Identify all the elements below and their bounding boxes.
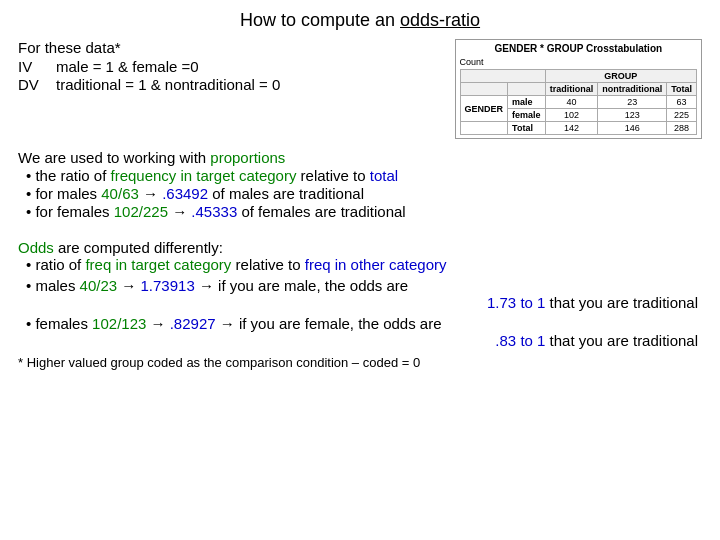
iv-row: IV male = 1 & female =0 — [18, 58, 445, 75]
col-empty — [460, 70, 545, 83]
odds-females-arrow2: → — [216, 315, 239, 332]
prop-bullet2: • for males 40/63 → .63492 of males are … — [18, 185, 702, 202]
count-label: Count — [460, 57, 697, 67]
female-nontrad: 123 — [598, 109, 667, 122]
odds-females-green: 102/123 — [92, 315, 146, 332]
proportions-section: We are used to working with proportions … — [18, 149, 702, 221]
odds-males-suffix: if you are male, the odds are — [218, 277, 408, 294]
male-trad: 40 — [545, 96, 598, 109]
odds-males-arrow2: → — [195, 277, 218, 294]
prop-header-highlight: proportions — [210, 149, 285, 166]
female-trad: 102 — [545, 109, 598, 122]
odds-males-indent-val: 1.73 to 1 — [487, 294, 545, 311]
proportions-header: We are used to working with proportions — [18, 149, 702, 166]
group-header: GROUP — [545, 70, 696, 83]
empty-th2 — [508, 83, 546, 96]
male-total: 63 — [667, 96, 697, 109]
prop-b3-prefix: • for females — [26, 203, 114, 220]
dv-row: DV traditional = 1 & nontraditional = 0 — [18, 76, 445, 93]
odds-b1-blue: freq in other category — [305, 256, 447, 273]
total-nontrad: 146 — [598, 122, 667, 135]
col1-header: traditional — [545, 83, 598, 96]
prop-b1-blue: total — [370, 167, 398, 184]
odds-b1-prefix: • ratio of — [26, 256, 85, 273]
odds-section: Odds are computed differently: • ratio o… — [18, 231, 702, 349]
footnote: * Higher valued group coded as the compa… — [18, 355, 702, 370]
page-title: How to compute an odds-ratio — [18, 10, 702, 31]
odds-females-prefix: • females — [26, 315, 92, 332]
total-label: Total — [508, 122, 546, 135]
odds-females-row: • females 102/123 → .82927 → if you are … — [18, 315, 702, 332]
odds-males-indent: 1.73 to 1 that you are traditional — [18, 294, 702, 311]
odds-header: Odds are computed differently: — [18, 239, 702, 256]
col2-header: nontraditional — [598, 83, 667, 96]
odds-males-blue: 1.73913 — [141, 277, 195, 294]
col3-header: Total — [667, 83, 697, 96]
prop-b3-green: 102/225 — [114, 203, 168, 220]
female-total: 225 — [667, 109, 697, 122]
total-trad: 142 — [545, 122, 598, 135]
table-title: GENDER * GROUP Crosstabulation — [460, 43, 697, 54]
odds-b1-middle: relative to — [231, 256, 304, 273]
dv-label: DV — [18, 76, 56, 93]
odds-header-suffix: are computed differently: — [54, 239, 223, 256]
odds-males-green: 40/23 — [80, 277, 118, 294]
male-nontrad: 23 — [598, 96, 667, 109]
iv-label: IV — [18, 58, 56, 75]
prop-bullet3: • for females 102/225 → .45333 of female… — [18, 203, 702, 220]
iv-text: male = 1 & female =0 — [56, 58, 199, 75]
prop-b3-arrow: → — [168, 203, 191, 220]
crosstab-data: GROUP traditional nontraditional Total G… — [460, 69, 697, 135]
prop-b2-green: 40/63 — [101, 185, 139, 202]
odds-males-row: • males 40/23 → 1.73913 → if you are mal… — [18, 277, 702, 294]
prop-b3-blue: .45333 — [191, 203, 237, 220]
odds-females-indent-val: .83 to 1 — [495, 332, 545, 349]
odds-females-arrow: → — [146, 315, 169, 332]
odds-females-suffix: if you are female, the odds are — [239, 315, 442, 332]
gender-label: GENDER — [460, 96, 508, 122]
title-highlight: odds-ratio — [400, 10, 480, 30]
prop-b2-prefix: • for males — [26, 185, 101, 202]
prop-b3-suffix: of females are traditional — [237, 203, 405, 220]
empty-th1 — [460, 83, 508, 96]
prop-bullet1: • the ratio of frequency in target categ… — [18, 167, 702, 184]
for-these-label: For these data* — [18, 39, 445, 56]
male-label: male — [508, 96, 546, 109]
prop-header-text: We are used to working with — [18, 149, 210, 166]
prop-b1-suffix: relative to — [296, 167, 369, 184]
odds-header-green: Odds — [18, 239, 54, 256]
prop-b1-green: frequency in target category — [110, 167, 296, 184]
prop-b2-blue: .63492 — [162, 185, 208, 202]
odds-females-indent: .83 to 1 that you are traditional — [18, 332, 702, 349]
total-total: 288 — [667, 122, 697, 135]
crosstab-table: GENDER * GROUP Crosstabulation Count GRO… — [455, 39, 702, 139]
prop-b2-arrow: → — [139, 185, 162, 202]
odds-females-indent2: that you are traditional — [545, 332, 698, 349]
odds-females-blue: .82927 — [170, 315, 216, 332]
odds-males-arrow: → — [117, 277, 140, 294]
title-prefix: How to compute an — [240, 10, 400, 30]
odds-b1-green: freq in target category — [85, 256, 231, 273]
dv-text: traditional = 1 & nontraditional = 0 — [56, 76, 280, 93]
total-empty — [460, 122, 508, 135]
odds-males-indent2: that you are traditional — [545, 294, 698, 311]
prop-b1-prefix: • the ratio of — [26, 167, 110, 184]
prop-b2-suffix: of males are traditional — [208, 185, 364, 202]
female-label: female — [508, 109, 546, 122]
odds-males-prefix: • males — [26, 277, 80, 294]
odds-bullet1: • ratio of freq in target category relat… — [18, 256, 702, 273]
